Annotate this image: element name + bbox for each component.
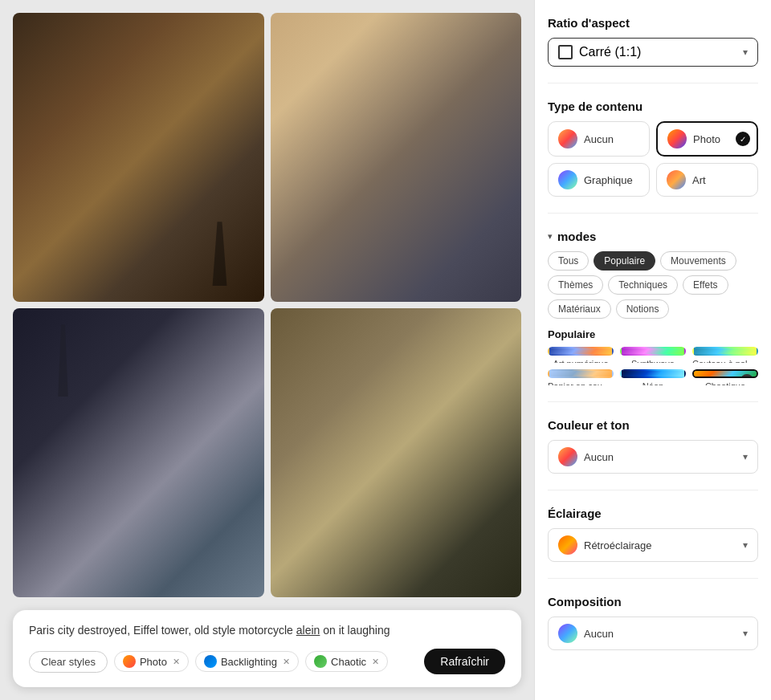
mode-tab-notions[interactable]: Notions <box>616 299 670 319</box>
couleur-left: Aucun <box>558 447 614 466</box>
eclairage-title: Éclairage <box>548 507 758 520</box>
content-card-photo[interactable]: Photo ✓ <box>656 121 758 157</box>
aspect-chevron-icon: ▾ <box>743 47 748 58</box>
styles-grid: Art numérique Synthwave Couteau à pale..… <box>548 347 758 385</box>
couleur-dropdown[interactable]: Aucun ▾ <box>548 440 758 474</box>
prompt-underlined: alein <box>296 624 320 637</box>
papier-label: Papier en couc... <box>548 381 614 385</box>
aspect-section: Ratio d'aspect Carré (1:1) ▾ <box>548 16 758 67</box>
synthwave-thumb <box>620 347 686 356</box>
chaotic-tag-label: Chaotic <box>331 656 366 668</box>
synthwave-label: Synthwave <box>620 359 686 363</box>
style-art-numerique[interactable]: Art numérique <box>548 347 614 363</box>
chaotique-label: Chaotique <box>692 381 758 385</box>
prompt-text-part2: on it laughing <box>320 624 390 637</box>
image-grid <box>13 13 521 597</box>
tag-chaotic[interactable]: Chaotic ✕ <box>305 651 388 672</box>
image-cell-3[interactable] <box>13 308 264 597</box>
image-cell-2[interactable] <box>271 13 522 302</box>
composition-section: Composition Aucun ▾ <box>548 595 758 650</box>
style-synthwave[interactable]: Synthwave <box>620 347 686 363</box>
square-icon <box>558 45 573 59</box>
left-panel: Paris city destroyed, Eiffel tower, old … <box>0 0 534 700</box>
couleur-title: Couleur et ton <box>548 418 758 432</box>
graphique-label: Graphique <box>584 174 633 186</box>
chaotic-tag-icon <box>314 655 327 668</box>
divider-4 <box>548 490 758 490</box>
photo-tag-icon <box>123 655 136 668</box>
art-icon <box>667 170 686 189</box>
prompt-text-part1: Paris city destroyed, Eiffel tower, old … <box>29 624 296 637</box>
backlighting-tag-close[interactable]: ✕ <box>283 657 290 667</box>
eclairage-dropdown[interactable]: Rétroéclairage ▾ <box>548 528 758 562</box>
composition-left: Aucun <box>558 624 614 643</box>
image-cell-1[interactable] <box>13 13 264 302</box>
content-grid: Aucun Photo ✓ Graphique Art <box>548 121 758 197</box>
composition-dropdown[interactable]: Aucun ▾ <box>548 617 758 650</box>
content-card-aucun[interactable]: Aucun <box>548 121 650 157</box>
content-card-graphique[interactable]: Graphique <box>548 163 650 197</box>
style-papier[interactable]: Papier en couc... <box>548 369 614 385</box>
art-numerique-label: Art numérique <box>548 359 614 363</box>
couleur-section: Couleur et ton Aucun ▾ <box>548 418 758 474</box>
tag-backlighting[interactable]: Backlighting ✕ <box>195 651 299 672</box>
aspect-value: Carré (1:1) <box>579 45 641 59</box>
eclairage-value: Rétroéclairage <box>584 539 652 551</box>
modes-section: ▾ modes Tous Populaire Mouvements Thèmes… <box>548 230 758 385</box>
mode-tab-materiaux[interactable]: Matériaux <box>548 299 611 319</box>
style-couteau[interactable]: Couteau à pale... <box>692 347 758 363</box>
modes-title: modes <box>557 230 596 243</box>
style-neon[interactable]: Néon <box>620 369 686 385</box>
composition-icon <box>558 624 577 643</box>
image-cell-4[interactable] <box>271 308 522 597</box>
populaire-section-title: Populaire <box>548 328 758 340</box>
aucun-icon <box>558 129 577 149</box>
refresh-button[interactable]: Rafraîchir <box>424 649 505 674</box>
backlighting-tag-label: Backlighting <box>221 656 277 668</box>
prompt-bar: Paris city destroyed, Eiffel tower, old … <box>13 610 521 687</box>
chaotic-tag-close[interactable]: ✕ <box>372 657 379 667</box>
composition-title: Composition <box>548 595 758 608</box>
chaotique-thumb: ✓ <box>692 369 758 378</box>
prompt-tags-row: Clear styles Photo ✕ Backlighting ✕ Chao… <box>29 649 505 674</box>
couleur-value: Aucun <box>584 451 614 463</box>
backlighting-tag-icon <box>204 655 217 668</box>
composition-value: Aucun <box>584 628 614 640</box>
content-card-art[interactable]: Art <box>656 163 758 197</box>
divider-1 <box>548 83 758 83</box>
mode-tab-mouvements[interactable]: Mouvements <box>660 251 736 271</box>
aspect-dropdown[interactable]: Carré (1:1) ▾ <box>548 38 758 67</box>
photo-tag-close[interactable]: ✕ <box>173 657 180 667</box>
aspect-title: Ratio d'aspect <box>548 16 758 30</box>
photo-label: Photo <box>693 133 720 145</box>
style-chaotique[interactable]: ✓ Chaotique <box>692 369 758 385</box>
mode-tab-techniques[interactable]: Techniques <box>608 275 678 295</box>
photo-icon <box>667 129 687 149</box>
mode-tab-tous[interactable]: Tous <box>548 251 589 271</box>
composition-chevron-icon: ▾ <box>743 628 748 639</box>
couteau-thumb <box>692 347 758 356</box>
art-numerique-thumb <box>548 347 614 356</box>
photo-tag-label: Photo <box>140 656 167 668</box>
neon-thumb <box>620 369 686 378</box>
art-label: Art <box>692 174 706 186</box>
graphique-icon <box>558 170 577 189</box>
photo-check-badge: ✓ <box>736 132 750 146</box>
aucun-label: Aucun <box>584 133 614 145</box>
content-title: Type de contenu <box>548 100 758 113</box>
couleur-icon <box>558 447 577 466</box>
mode-tab-effets[interactable]: Effets <box>683 275 728 295</box>
modes-header[interactable]: ▾ modes <box>548 230 758 243</box>
tag-photo[interactable]: Photo ✕ <box>114 651 189 672</box>
prompt-text: Paris city destroyed, Eiffel tower, old … <box>29 623 505 639</box>
mode-tab-populaire[interactable]: Populaire <box>594 251 655 271</box>
divider-3 <box>548 401 758 402</box>
aspect-left: Carré (1:1) <box>558 45 641 59</box>
mode-tab-themes[interactable]: Thèmes <box>548 275 603 295</box>
right-panel: Ratio d'aspect Carré (1:1) ▾ Type de con… <box>534 0 771 700</box>
divider-5 <box>548 578 758 579</box>
modes-chevron-icon: ▾ <box>548 231 553 242</box>
clear-styles-button[interactable]: Clear styles <box>29 651 108 673</box>
modes-tabs: Tous Populaire Mouvements Thèmes Techniq… <box>548 251 758 319</box>
couleur-chevron-icon: ▾ <box>743 451 748 462</box>
